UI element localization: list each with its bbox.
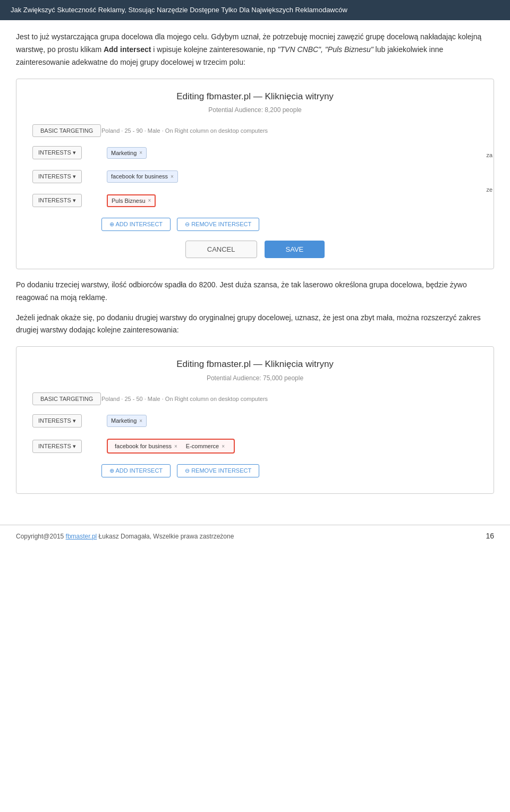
- tag-fb-business-2: facebook for business ×: [111, 441, 181, 452]
- page-number: 16: [486, 531, 494, 542]
- editor1-wrapper: Editing fbmaster.pl — Kliknięcia witryny…: [16, 79, 494, 270]
- interests-button-2-1[interactable]: INTERESTS ▾: [32, 414, 82, 428]
- basic-targeting-row: BASIC TARGETING Poland · 25 - 90 · Male …: [32, 123, 478, 139]
- add-intersect-button-1[interactable]: ⊕ ADD INTERSECT: [101, 218, 171, 231]
- intersect-row-2: ⊕ ADD INTERSECT ⊖ REMOVE INTERSECT: [101, 464, 478, 477]
- tag-marketing: Marketing ×: [107, 147, 147, 159]
- basic-targeting-button[interactable]: BASIC TARGETING: [32, 124, 101, 137]
- fb-editor-box-2: Editing fbmaster.pl — Kliknięcia witryny…: [16, 346, 494, 494]
- save-button[interactable]: SAVE: [265, 241, 325, 258]
- footer: Copyright@2015 fbmaster.pl Łukasz Domaga…: [0, 525, 510, 547]
- header-text: Jak Zwiększyć Skuteczność Reklamy, Stosu…: [11, 6, 347, 14]
- interests-label-2-1: INTERESTS ▾: [32, 414, 101, 428]
- editor1-title: Editing fbmaster.pl — Kliknięcia witryny: [32, 90, 478, 104]
- basic-targeting-button-2[interactable]: BASIC TARGETING: [32, 392, 101, 405]
- editor1-subtitle: Potential Audience: 8,200 people: [32, 105, 478, 115]
- interests-row-2-2: INTERESTS ▾ facebook for business × E-co…: [32, 435, 478, 457]
- footer-copyright: Copyright@2015 fbmaster.pl Łukasz Domaga…: [16, 532, 234, 541]
- interests-button-1[interactable]: INTERESTS ▾: [32, 146, 82, 159]
- interests-content-1: Marketing ×: [101, 144, 478, 163]
- interests-button-2-2[interactable]: INTERESTS ▾: [32, 440, 82, 453]
- tags-highlighted-row: facebook for business × E-commerce ×: [107, 439, 235, 454]
- interests-content-2-1: Marketing ×: [101, 412, 478, 430]
- targeting-info-2: Poland · 25 - 50 · Male · On Right colum…: [101, 391, 478, 407]
- interests-row-2: INTERESTS ▾ facebook for business ×: [32, 167, 478, 186]
- interests-label-1: INTERESTS ▾: [32, 146, 101, 159]
- remove-intersect-button-2[interactable]: ⊖ REMOVE INTERSECT: [177, 464, 259, 477]
- interests-button-3[interactable]: INTERESTS ▾: [32, 194, 82, 207]
- interests-content-2: facebook for business ×: [101, 167, 478, 186]
- interests-row-3: INTERESTS ▾ Puls Biznesu ×: [32, 191, 478, 211]
- action-row-1: CANCEL SAVE: [32, 241, 478, 258]
- side-label-ze: ze: [486, 185, 492, 194]
- interests-label-2: INTERESTS ▾: [32, 170, 101, 183]
- tag-marketing-2-close[interactable]: ×: [139, 417, 142, 425]
- tag-puls-biznesu-close[interactable]: ×: [148, 196, 151, 204]
- interests-label-2-2: INTERESTS ▾: [32, 440, 101, 453]
- interests-content-2-2: facebook for business × E-commerce ×: [101, 435, 478, 457]
- footer-link[interactable]: fbmaster.pl: [66, 533, 97, 540]
- side-label-za: za: [486, 151, 492, 160]
- tag-ecommerce: E-commerce ×: [182, 441, 228, 452]
- targeting-info-1: Poland · 25 - 90 · Male · On Right colum…: [101, 123, 478, 139]
- interests-row-2-1: INTERESTS ▾ Marketing ×: [32, 412, 478, 430]
- editor2-subtitle: Potential Audience: 75,000 people: [32, 373, 478, 383]
- intro-paragraph: Jest to już wystarczająca grupa docelowa…: [16, 31, 494, 69]
- interests-content-3: Puls Biznesu ×: [101, 191, 478, 211]
- cancel-button[interactable]: CANCEL: [185, 241, 257, 258]
- after-paragraph-1: Po dodaniu trzeciej warstwy, ilość odbio…: [16, 279, 494, 304]
- basic-targeting-label-cell: BASIC TARGETING: [32, 124, 101, 137]
- tag-ecommerce-close[interactable]: ×: [222, 442, 225, 450]
- main-content: Jest to już wystarczająca grupa docelowa…: [0, 20, 510, 514]
- tag-marketing-2: Marketing ×: [107, 415, 147, 427]
- tag-facebook-business: facebook for business ×: [107, 170, 178, 183]
- intersect-row-1: ⊕ ADD INTERSECT ⊖ REMOVE INTERSECT: [101, 218, 478, 231]
- remove-intersect-button-1[interactable]: ⊖ REMOVE INTERSECT: [177, 218, 259, 231]
- interests-button-2[interactable]: INTERESTS ▾: [32, 170, 82, 183]
- tag-puls-biznesu: Puls Biznesu ×: [107, 194, 156, 208]
- interests-row-1: INTERESTS ▾ Marketing ×: [32, 144, 478, 163]
- basic-targeting-row-2: BASIC TARGETING Poland · 25 - 50 · Male …: [32, 391, 478, 407]
- add-intersect-button-2[interactable]: ⊕ ADD INTERSECT: [101, 464, 171, 477]
- second-paragraph: Jeżeli jednak okaże się, po dodaniu drug…: [16, 312, 494, 337]
- interests-label-3: INTERESTS ▾: [32, 194, 101, 207]
- fb-editor-box-1: Editing fbmaster.pl — Kliknięcia witryny…: [16, 79, 494, 270]
- tag-marketing-close[interactable]: ×: [139, 149, 142, 157]
- header-bar: Jak Zwiększyć Skuteczność Reklamy, Stosu…: [0, 0, 510, 20]
- tag-facebook-business-close[interactable]: ×: [171, 173, 174, 181]
- tag-fb-business-2-close[interactable]: ×: [174, 442, 177, 450]
- basic-targeting-label-cell-2: BASIC TARGETING: [32, 392, 101, 405]
- editor2-title: Editing fbmaster.pl — Kliknięcia witryny: [32, 357, 478, 371]
- editor2-wrapper: Editing fbmaster.pl — Kliknięcia witryny…: [16, 346, 494, 494]
